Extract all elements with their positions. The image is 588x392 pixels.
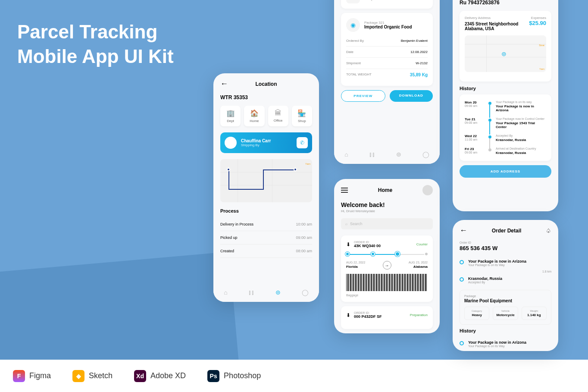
download-button[interactable]: DOWNLOAD (390, 90, 433, 102)
address-card: Delivery Address 2345 Street Neighborhoo… (460, 11, 551, 82)
nav-home-icon[interactable]: ⌂ (344, 151, 348, 158)
menu-icon[interactable] (341, 188, 348, 193)
screen-address: ← Address Ru 79437263876 Delivery Addres… (453, 0, 558, 211)
history-item: Mon 2009:00 am Your Package is on its wa… (465, 98, 546, 115)
avatar (225, 137, 237, 149)
nav-profile-icon[interactable]: ◯ (302, 289, 309, 296)
order-id: 865 536 435 W (460, 245, 551, 251)
office-icon: 🏛 (270, 109, 287, 117)
package-card: Package Marine Pool Equipment CategoryHe… (460, 290, 551, 325)
loc-type-office[interactable]: 🏛Office (268, 106, 288, 126)
call-button[interactable]: ✆ (297, 137, 308, 148)
status-badge: Courier (416, 242, 428, 246)
status-badge: Preparation (410, 313, 428, 317)
download-icon: ⬇ (346, 241, 350, 248)
tool-figma: FFigma (13, 370, 51, 382)
tracking-id: WTR 35353 (220, 94, 312, 100)
bottom-nav: ⌂ ⫿⫿ ⊚ ◯ (213, 282, 319, 302)
nav-stats-icon[interactable]: ⫿⫿ (369, 151, 375, 158)
building-icon: 🏢 (222, 109, 239, 117)
add-address-button[interactable]: ADD ADDRESS (460, 165, 551, 178)
history-item: Tue 2109:00 am Your Package now in Contr… (465, 115, 546, 132)
history-title: History (460, 328, 551, 333)
process-item: Delivery in Process10:00 am (220, 218, 312, 231)
shipper-sub: Shipping By (241, 143, 292, 147)
barcode (346, 274, 428, 291)
order-card[interactable]: ⬇ ORDER ID: 43K WQ340 00 Courier AUG 22,… (341, 235, 433, 302)
phone-icon: ✆ (300, 140, 304, 146)
page-title: Home (348, 187, 422, 193)
back-arrow-icon[interactable]: ← (220, 79, 228, 88)
tool-ps: PsPhotoshop (207, 370, 261, 382)
search-input[interactable]: ⌕Search (341, 218, 433, 229)
parcel-card[interactable]: ⊚ Druid Wensleydale WRQ3A-322 › (341, 0, 433, 9)
avatar[interactable] (422, 185, 433, 195)
history-item: Fri 2309:00 am Arrived at Destination Co… (465, 144, 546, 157)
nav-profile-icon[interactable]: ◯ (422, 151, 429, 158)
reference-id: Ru 79437263876 (460, 0, 551, 6)
back-arrow-icon[interactable]: ← (460, 226, 467, 235)
process-title: Process (220, 208, 312, 213)
screen-package: ⊚ Druid Wensleydale WRQ3A-322 › ◉ Packag… (334, 0, 440, 164)
search-icon: ⌕ (345, 222, 347, 226)
bell-icon[interactable]: ♤ (546, 227, 551, 234)
shop-icon: 🏪 (294, 109, 310, 117)
screen-location: ← Location WTR 35353 🏢Dept 🏠Home 🏛Office… (213, 73, 319, 302)
nav-location-icon[interactable]: ⊚ (275, 289, 281, 296)
order-card[interactable]: ⬇ ORDER ID: 000 P432DF SF Preparation (341, 306, 433, 329)
track-item: Krasnodar, Russia Accepted By (460, 273, 551, 287)
screen-order-detail: ← Order Detail ♤ Order ID 865 536 435 W … (453, 220, 558, 351)
main-title: Parcel Tracking Mobile App UI Kit (17, 19, 174, 69)
track-item: Your Package is now in Arizona Your Pack… (460, 337, 551, 351)
package-detail-card: ◉ Package 321 Imported Organic Food Orde… (341, 13, 433, 86)
nav-home-icon[interactable]: ⌂ (224, 289, 227, 296)
bottom-nav: ⌂ ⫿⫿ ⊚ ◯ (334, 144, 440, 164)
company-logo-icon: ◉ (346, 18, 360, 32)
pin-icon: ⊚ (346, 0, 360, 3)
loc-type-home[interactable]: 🏠Home (244, 106, 264, 126)
download-icon: ⬇ (346, 312, 350, 318)
process-item: Picked up09:00 am (220, 231, 312, 245)
address-map[interactable]: ⊚ Strat Yam (465, 35, 546, 72)
history-title: History (460, 86, 551, 91)
loc-type-shop[interactable]: 🏪Shop (292, 106, 312, 126)
map-pin-icon: ⊚ (501, 50, 507, 57)
screen-home: Home Welcome back! Hi, Druid Wensleydale… (334, 179, 440, 333)
process-item: Created08:00 am (220, 245, 312, 258)
shipper-card[interactable]: Chauffina Carr Shipping By ✆ (220, 132, 312, 153)
welcome-title: Welcome back! (341, 201, 433, 208)
nav-stats-icon[interactable]: ⫿⫿ (248, 289, 254, 296)
arrow-right-icon: → (383, 261, 391, 270)
preview-button[interactable]: PREVIEW (341, 90, 385, 102)
nav-location-icon[interactable]: ⊚ (396, 151, 401, 158)
tools-bar: FFigma ◆Sketch XdAdobe XD PsPhotoshop (0, 360, 588, 392)
route-map[interactable]: Yam (220, 159, 312, 202)
tool-sketch: ◆Sketch (72, 370, 113, 382)
history-item: Wed 2211:00 am Accepted ByKrasnodar, Rus… (465, 132, 546, 144)
track-item: Your Package is now in Arizona Your Pack… (460, 256, 551, 270)
page-title: Order Detail (467, 228, 546, 234)
welcome-greeting: Hi, Druid Wensleydale (341, 209, 433, 213)
page-title: Location (228, 81, 304, 87)
parcel-code: WRQ3A-322 (364, 0, 421, 1)
home-icon: 🏠 (246, 109, 263, 117)
chevron-right-icon: › (425, 0, 428, 0)
shipper-name: Chauffina Carr (241, 138, 292, 143)
loc-type-dept[interactable]: 🏢Dept (220, 106, 241, 126)
tool-xd: XdAdobe XD (134, 370, 186, 382)
